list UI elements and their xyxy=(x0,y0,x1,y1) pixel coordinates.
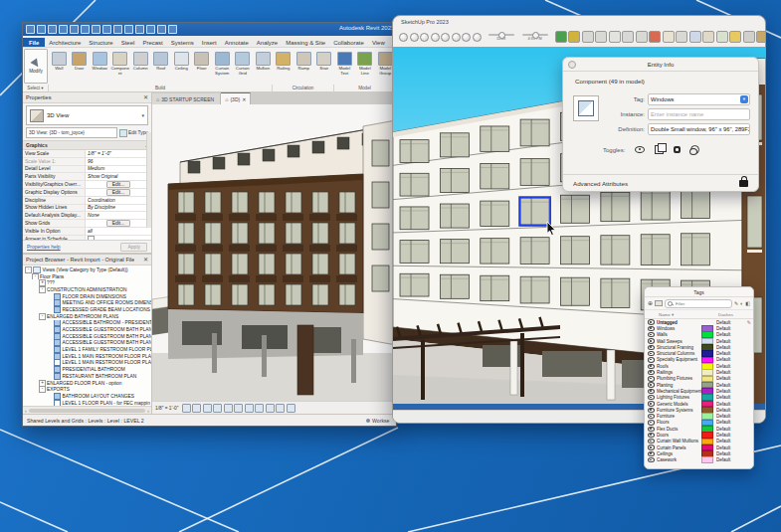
tree-expander-icon[interactable]: - xyxy=(32,273,39,280)
components-icon[interactable] xyxy=(555,31,567,43)
visibility-eye-icon[interactable] xyxy=(648,401,655,406)
tag-dashes-value[interactable]: Default xyxy=(716,364,738,369)
visibility-eye-icon[interactable] xyxy=(648,364,655,369)
ribbon-tab[interactable]: Analyze xyxy=(253,38,282,47)
tag-dashes-value[interactable]: Default xyxy=(716,339,738,344)
paint-tool-icon[interactable] xyxy=(473,33,482,42)
ribbon-button[interactable]: Railing xyxy=(274,49,294,85)
worksharing-display-icon[interactable] xyxy=(276,404,285,413)
tree-item[interactable]: ACCESSIBLE GUESTROOM BATH PLAN xyxy=(23,340,151,347)
shadows-icon[interactable] xyxy=(213,404,222,413)
tag-row[interactable]: Untagged Default ✎ xyxy=(645,319,753,325)
tag-row[interactable]: Floors Default ✎ xyxy=(645,420,753,426)
ribbon-button[interactable]: Door xyxy=(70,49,91,85)
visibility-eye-icon[interactable] xyxy=(648,408,655,413)
name-column-header[interactable]: Name ▾ xyxy=(645,312,706,317)
tree-expander-icon[interactable]: + xyxy=(39,380,46,387)
tag-row[interactable]: Doors Default ✎ xyxy=(645,432,753,438)
ribbon-button[interactable]: Wall xyxy=(49,49,70,85)
definition-field[interactable]: Double Small window, 96" x 96", 289F22 xyxy=(648,123,750,135)
eye-icon[interactable] xyxy=(635,146,645,153)
thin-lines-icon[interactable] xyxy=(168,25,177,34)
visibility-eye-icon[interactable] xyxy=(648,395,655,400)
shadows-toggle-icon[interactable] xyxy=(595,31,607,43)
save-icon[interactable] xyxy=(59,25,68,34)
tag-dashes-value[interactable]: Default xyxy=(716,332,738,337)
position-camera-icon[interactable] xyxy=(702,31,714,43)
property-value[interactable]: 96 xyxy=(85,158,151,165)
tag-dropdown-chip[interactable]: ▾ xyxy=(740,95,748,103)
tag-icon[interactable] xyxy=(135,25,144,34)
rectangle-tool-icon[interactable] xyxy=(441,33,450,42)
view-scale[interactable]: 1/8" = 1'-0" xyxy=(155,406,178,411)
scroll-left-icon[interactable]: ‹ xyxy=(25,408,27,414)
pencil-icon[interactable]: ✎ xyxy=(734,300,738,306)
visibility-eye-icon[interactable] xyxy=(648,332,655,337)
reveal-hidden-icon[interactable] xyxy=(266,404,275,413)
tree-item[interactable]: - Floor Plans xyxy=(23,273,151,280)
tree-expander-icon[interactable]: - xyxy=(39,313,46,320)
visibility-eye-icon[interactable] xyxy=(648,433,655,438)
tag-dashes-value[interactable]: Default xyxy=(716,351,738,356)
visibility-eye-icon[interactable] xyxy=(648,376,655,381)
tag-row[interactable]: Railings Default ✎ xyxy=(645,369,753,375)
tag-row[interactable]: Curtain Wall Mullions Default ✎ xyxy=(645,439,753,444)
ribbon-button[interactable]: Model Line xyxy=(355,49,376,85)
tree-item[interactable]: RESTAURANT BATHROOM PLAN xyxy=(23,373,151,380)
modify-button[interactable]: Modify xyxy=(24,49,48,84)
ribbon-button[interactable]: Roof xyxy=(151,49,172,85)
tree-item[interactable]: - CONSTRUCTION ADMINISTRATION xyxy=(23,286,151,293)
orbit-icon[interactable] xyxy=(649,31,661,43)
sun-path-icon[interactable] xyxy=(203,404,212,413)
visibility-eye-icon[interactable] xyxy=(648,319,655,324)
property-value[interactable]: all xyxy=(85,228,151,235)
tag-row[interactable]: Roofs Default ✎ xyxy=(645,363,753,369)
tree-expander-icon[interactable]: + xyxy=(39,279,46,286)
instance-field[interactable]: Enter instance name xyxy=(648,108,750,120)
graphics-section-header[interactable]: Graphics xyxy=(26,141,48,149)
3d-lock-icon[interactable] xyxy=(245,404,254,413)
tag-dashes-value[interactable]: Default xyxy=(716,439,738,443)
ribbon-tab[interactable]: Steel xyxy=(117,38,139,47)
tag-dashes-value[interactable]: Default xyxy=(716,345,738,350)
tag-row[interactable]: Specialty Equipment Default ✎ xyxy=(645,357,753,363)
tree-item[interactable]: ACCESSIBLE BATHROOM - PRESIDENTIA xyxy=(23,320,151,327)
ribbon-panel-label[interactable]: Model xyxy=(334,85,396,92)
section-icon[interactable] xyxy=(157,25,166,34)
property-value[interactable]: 1/8" = 1'-0" xyxy=(85,150,151,157)
visibility-eye-icon[interactable] xyxy=(648,357,655,362)
ribbon-tab[interactable]: View xyxy=(368,38,389,47)
property-value[interactable]: Coordination xyxy=(85,197,151,204)
ribbon-tab[interactable]: File xyxy=(23,38,45,47)
undo-icon[interactable] xyxy=(81,25,90,34)
tag-row[interactable]: Planting Default ✎ xyxy=(645,382,753,388)
tree-item[interactable]: ACCESSIBLE GUESTROOM BATH PLAN xyxy=(23,333,151,340)
extension-warehouse-icon[interactable] xyxy=(756,31,766,43)
tag-row[interactable]: Curtain Panels Default ✎ xyxy=(645,444,753,450)
visibility-eye-icon[interactable] xyxy=(648,457,655,462)
tag-row[interactable]: Ceilings Default ✎ xyxy=(645,450,753,456)
measure-icon[interactable] xyxy=(113,25,122,34)
redo-icon[interactable] xyxy=(92,25,100,34)
tree-item[interactable]: - Views (View Category by Type (Default)… xyxy=(23,266,151,273)
apply-button[interactable]: Apply xyxy=(120,243,147,252)
visibility-eye-icon[interactable] xyxy=(648,420,655,425)
ribbon-tab[interactable]: Structure xyxy=(85,38,116,47)
property-value[interactable]: Show Original xyxy=(85,173,151,180)
edit-type-button[interactable]: Edit Type xyxy=(119,129,148,137)
sync-icon[interactable] xyxy=(70,25,79,34)
tag-dashes-value[interactable]: Default xyxy=(716,326,738,331)
tag-dashes-value[interactable]: Default xyxy=(716,370,738,375)
materials-icon[interactable] xyxy=(568,31,580,43)
tag-dashes-value[interactable]: Default xyxy=(716,420,738,425)
tag-row[interactable]: Generic Models Default ✎ xyxy=(645,401,753,407)
lock-icon[interactable] xyxy=(674,146,681,153)
property-value[interactable]: Medium xyxy=(85,166,151,173)
visibility-eye-icon[interactable] xyxy=(648,370,655,375)
tag-dashes-value[interactable]: Default xyxy=(716,414,738,419)
detail-level-icon[interactable] xyxy=(182,404,191,413)
visibility-eye-icon[interactable] xyxy=(648,414,655,419)
select-tool-icon[interactable] xyxy=(399,33,408,42)
property-value[interactable]: Edit... xyxy=(85,189,151,196)
tag-dashes-value[interactable]: Default xyxy=(716,427,738,432)
